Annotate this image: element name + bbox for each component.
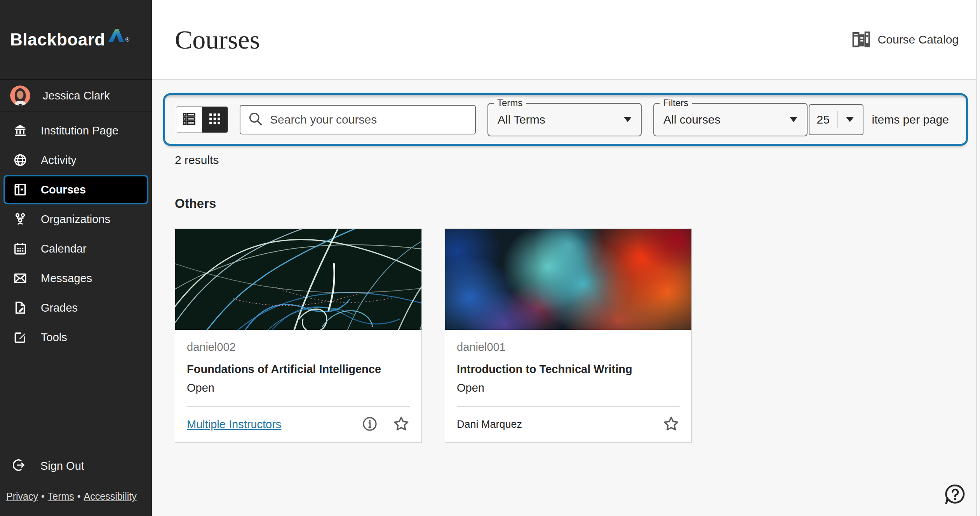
course-search <box>240 105 476 134</box>
sidebar-item-label: Messages <box>41 272 92 285</box>
sign-out-button[interactable]: Sign Out <box>0 451 152 481</box>
terms-select[interactable]: Terms All Terms <box>487 103 642 136</box>
page-header: Courses Course Catalog <box>152 0 980 80</box>
user-name: Jessica Clark <box>43 89 110 102</box>
sidebar-bottom: Sign Out Privacy•Terms•Accessibility <box>0 451 152 516</box>
organizations-icon <box>13 212 28 227</box>
course-code: daniel001 <box>457 341 680 354</box>
sidebar-item-calendar[interactable]: Calendar <box>0 234 152 263</box>
privacy-link[interactable]: Privacy <box>6 491 38 502</box>
tools-pencil-icon <box>13 330 28 345</box>
sidebar-item-activity[interactable]: Activity <box>0 145 152 175</box>
search-icon <box>247 111 264 129</box>
chevron-down-icon <box>624 117 632 122</box>
course-image-light-trails <box>175 229 421 330</box>
terms-link[interactable]: Terms <box>48 491 74 502</box>
sidebar-nav: Institution Page Activity <box>0 112 152 352</box>
courses-journal-icon <box>13 182 28 197</box>
course-title[interactable]: Foundations of Artificial Intelligence <box>187 363 410 376</box>
course-card-footer: Dani Marquez <box>445 407 691 442</box>
items-per-page-label: items per page <box>872 113 949 126</box>
sidebar-item-institution-page[interactable]: Institution Page <box>0 116 152 145</box>
course-card-footer: Multiple Instructors <box>175 407 421 442</box>
course-card[interactable]: daniel001 Introduction to Technical Writ… <box>445 228 692 443</box>
avatar <box>10 85 30 106</box>
sidebar-item-label: Institution Page <box>41 124 118 137</box>
logo: Blackboard ® <box>0 0 152 80</box>
sign-out-label: Sign Out <box>40 460 84 472</box>
sidebar-item-grades[interactable]: Grades <box>0 293 152 322</box>
logo-text: Blackboard <box>10 30 105 49</box>
question-bubble-icon <box>943 502 967 507</box>
course-image-ink-water <box>445 229 691 330</box>
sign-out-icon <box>12 458 26 474</box>
help-button[interactable] <box>943 482 967 507</box>
grid-view-icon <box>206 110 223 129</box>
course-info-button[interactable] <box>362 416 378 433</box>
multiple-instructors-link[interactable]: Multiple Instructors <box>187 418 281 431</box>
scrollbar-track[interactable] <box>976 0 980 516</box>
course-catalog-label: Course Catalog <box>878 33 959 46</box>
filters-select-value: All courses <box>663 113 721 126</box>
filters-select-label: Filters <box>660 98 692 108</box>
filter-bar: Terms All Terms Filters All courses 25 <box>163 93 968 146</box>
sidebar-item-label: Grades <box>41 302 78 314</box>
course-status: Open <box>187 382 410 394</box>
sidebar: Blackboard ® <box>0 0 152 516</box>
activity-globe-icon <box>13 153 28 167</box>
sidebar-item-messages[interactable]: Messages <box>0 263 152 293</box>
info-icon <box>362 416 378 433</box>
sidebar-item-organizations[interactable]: Organizations <box>0 204 152 234</box>
course-status: Open <box>457 382 680 394</box>
search-input[interactable] <box>270 113 468 126</box>
sidebar-item-label: Calendar <box>41 242 87 255</box>
course-card-body: daniel001 Introduction to Technical Writ… <box>445 330 691 407</box>
app-window: Blackboard ® <box>0 0 980 516</box>
favorite-button[interactable] <box>663 415 680 434</box>
sidebar-item-label: Organizations <box>41 213 110 226</box>
accessibility-link[interactable]: Accessibility <box>84 491 137 502</box>
results-count: 2 results <box>175 153 980 167</box>
sidebar-item-label: Activity <box>41 154 77 167</box>
sidebar-item-label: Courses <box>41 183 86 196</box>
registered-mark: ® <box>125 37 129 43</box>
list-view-icon <box>181 110 198 129</box>
sidebar-item-tools[interactable]: Tools <box>0 322 152 352</box>
course-catalog-button[interactable]: Course Catalog <box>851 28 959 51</box>
page-size-select[interactable]: 25 <box>809 104 863 135</box>
course-card-body: daniel002 Foundations of Artificial Inte… <box>175 330 421 407</box>
star-icon <box>393 415 410 434</box>
grades-icon <box>13 300 28 315</box>
sidebar-user[interactable]: Jessica Clark <box>0 80 152 112</box>
course-card-list: daniel002 Foundations of Artificial Inte… <box>175 228 980 443</box>
instructor-name: Dani Marquez <box>457 418 522 431</box>
courses-content: Terms All Terms Filters All courses 25 <box>152 80 980 516</box>
course-card[interactable]: daniel002 Foundations of Artificial Inte… <box>175 228 422 443</box>
separator: • <box>41 491 45 502</box>
messages-envelope-icon <box>13 271 28 286</box>
blackboard-arrow-icon <box>108 28 125 44</box>
sidebar-item-label: Tools <box>41 331 67 344</box>
course-code: daniel002 <box>187 341 410 354</box>
chevron-down-icon <box>846 117 854 122</box>
institution-icon <box>13 123 28 138</box>
separator: • <box>77 491 81 502</box>
group-title: Others <box>175 196 980 211</box>
sidebar-item-courses[interactable]: Courses <box>3 175 148 204</box>
terms-select-value: All Terms <box>498 113 545 126</box>
filters-select[interactable]: Filters All courses <box>653 103 808 136</box>
main-area: Courses Course Catalog <box>152 0 980 516</box>
favorite-button[interactable] <box>393 415 410 434</box>
terms-select-label: Terms <box>494 98 526 108</box>
legal-links: Privacy•Terms•Accessibility <box>0 481 152 516</box>
page-size-value: 25 <box>809 113 837 126</box>
grid-view-button[interactable] <box>202 107 228 132</box>
calendar-icon <box>13 241 28 256</box>
items-per-page: 25 items per page <box>809 104 949 135</box>
list-view-button[interactable] <box>176 107 202 132</box>
view-toggle <box>176 106 228 133</box>
chevron-down-icon <box>790 117 797 122</box>
course-title[interactable]: Introduction to Technical Writing <box>457 363 680 376</box>
course-catalog-books-icon <box>851 28 872 51</box>
page-title: Courses <box>175 24 260 55</box>
